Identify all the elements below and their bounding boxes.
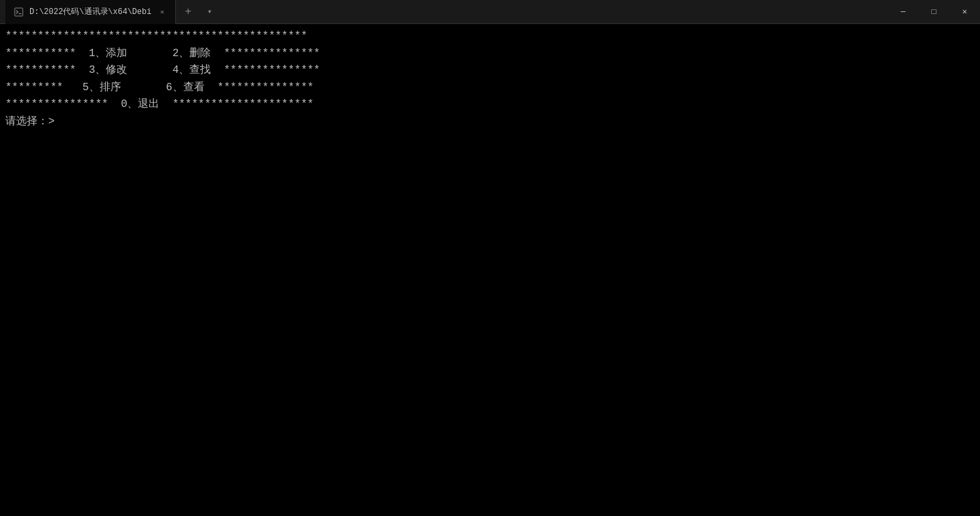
title-bar-left: D:\2022代码\通讯录\x64\Debi ✕ + ▾ bbox=[5, 0, 219, 24]
maximize-button[interactable]: □ bbox=[918, 0, 949, 24]
tab-close-button[interactable]: ✕ bbox=[157, 7, 167, 17]
terminal-tab[interactable]: D:\2022代码\通讯录\x64\Debi ✕ bbox=[5, 0, 176, 24]
terminal-icon bbox=[13, 7, 24, 17]
terminal-output: ****************************************… bbox=[5, 28, 975, 131]
tab-title: D:\2022代码\通讯录\x64\Debi bbox=[29, 6, 151, 17]
window-controls: ─ □ ✕ bbox=[888, 0, 980, 24]
title-bar: D:\2022代码\通讯录\x64\Debi ✕ + ▾ ─ □ ✕ bbox=[0, 0, 980, 24]
dropdown-button[interactable]: ▾ bbox=[200, 3, 219, 21]
new-tab-button[interactable]: + bbox=[176, 0, 200, 24]
close-button[interactable]: ✕ bbox=[949, 0, 980, 24]
terminal-window: ****************************************… bbox=[0, 24, 980, 516]
minimize-button[interactable]: ─ bbox=[888, 0, 918, 24]
svg-rect-0 bbox=[15, 8, 23, 16]
